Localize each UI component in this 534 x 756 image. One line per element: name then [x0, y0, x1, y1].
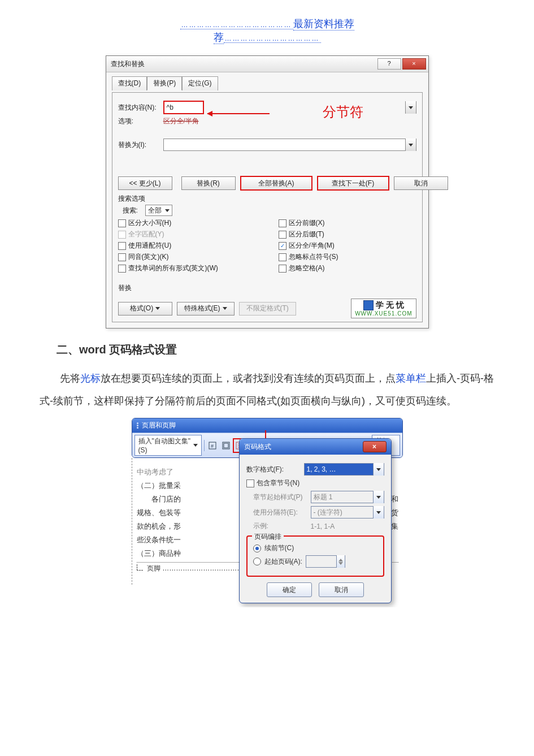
find-content-value: ^b [167, 103, 173, 111]
top-recommend-anchor[interactable]: 最新资料推荐 [293, 18, 354, 31]
find-content-input[interactable]: ^b [163, 101, 204, 114]
separator-label: 使用分隔符(E): [246, 508, 307, 517]
svg-text:#: # [211, 443, 214, 449]
format-button[interactable]: 格式(O) [118, 302, 172, 316]
separator-select: - (连字符) [311, 506, 384, 519]
search-dir-value: 全部 [148, 206, 162, 215]
radio-start-at[interactable]: 起始页码(A): [253, 555, 377, 568]
link-menubar[interactable]: 菜单栏 [396, 373, 426, 384]
chevron-down-icon [376, 468, 381, 471]
cancel-button[interactable]: 取消 [319, 582, 364, 597]
dialog-tabs: 查找(D) 替换(P) 定位(G) [112, 76, 423, 90]
dialog-title: 查找和替换 [111, 59, 376, 69]
chk-match-prefix[interactable]: 区分前缀(X) [279, 218, 325, 228]
example-value: 1-1, 1-A [311, 522, 335, 530]
example-label: 示例: [246, 521, 307, 531]
group-title: 页码编排 [252, 532, 284, 542]
replace-dropdown[interactable] [405, 139, 416, 151]
search-dir-select[interactable]: 全部 [145, 205, 172, 216]
watermark-xuewuyou: 学 无 忧 WWW.XUE51.COM [351, 299, 416, 318]
dlg2-title: 页码格式 [244, 442, 363, 452]
chk-all-forms[interactable]: 查找单词的所有形式(英文)(W) [118, 263, 256, 273]
autotext-button[interactable]: 插入"自动图文集"(S) [134, 435, 202, 456]
find-content-label: 查找内容(N): [118, 103, 163, 113]
chk-sounds-like[interactable]: 同音(英文)(K) [118, 252, 256, 262]
radio-continue[interactable]: 续前节(C) [253, 543, 377, 553]
options-label: 选项: [118, 116, 163, 126]
number-format-label: 数字格式(F): [246, 465, 301, 474]
dlg2-titlebar[interactable]: 页码格式 × [240, 439, 391, 455]
replace-with-input[interactable] [163, 139, 416, 151]
special-format-button[interactable]: 特殊格式(E) [177, 302, 235, 316]
body-paragraph: 先将光标放在想要页码连续的页面上，或者找到没有连续的页码页面上，点菜单栏上插入-… [40, 368, 494, 412]
close-button[interactable]: × [402, 58, 426, 70]
chapter-style-select: 标题 1 [311, 491, 384, 503]
ok-button[interactable]: 确定 [267, 582, 312, 597]
search-options-right: 区分前缀(X) 区分后缀(T) 区分全/半角(M) 忽略标点符号(S) 忽略空格… [279, 218, 416, 273]
search-options-left: 区分大小写(H) 全字匹配(Y) 使用通配符(U) 同音(英文)(K) 查找单词… [118, 218, 256, 273]
svg-rect-3 [224, 443, 228, 448]
page-number-format-dialog: 页码格式 × 数字格式(F): 1, 2, 3, … 包含章节号(N) 章节起始… [239, 438, 392, 603]
chk-full-half[interactable]: 区分全/半角(M) [279, 241, 335, 250]
footer-corner-icon [137, 564, 143, 571]
find-replace-dialog: 查找和替换 ? × 查找(D) 替换(P) 定位(G) 查找内容(N): ^b … [106, 55, 429, 329]
link-dots-left: …………………………………… [180, 21, 293, 29]
help-button[interactable]: ? [377, 58, 401, 70]
search-dir-label: 搜索: [123, 206, 145, 215]
find-dropdown[interactable] [405, 101, 416, 114]
start-at-input [306, 555, 345, 568]
annotation-arrow [207, 113, 270, 114]
chk-match-case[interactable]: 区分大小写(H) [118, 218, 256, 228]
toolbar-title: 页眉和页脚 [142, 421, 176, 430]
less-button[interactable]: << 更少(L) [118, 176, 172, 190]
search-options-title: 搜索选项 [118, 194, 416, 204]
tab-replace[interactable]: 替换(P) [147, 76, 182, 90]
section-heading: 二、word 页码格式设置 [57, 342, 500, 357]
radio-dot-icon [253, 558, 261, 565]
cancel-button[interactable]: 取消 [394, 176, 448, 190]
number-format-select[interactable]: 1, 2, 3, … [304, 463, 384, 476]
top-recommend-link: ……………………………………最新资料推荐 荐……………………………… [34, 17, 500, 44]
page-numbering-group: 页码编排 续前节(C) 起始页码(A): [246, 535, 384, 577]
chevron-down-icon [409, 106, 413, 109]
chevron-down-icon [193, 444, 198, 447]
replace-all-button[interactable]: 全部替换(A) [240, 176, 312, 191]
toolbar-titlebar[interactable]: 页眉和页脚 [132, 418, 402, 433]
replace-button[interactable]: 替换(R) [181, 176, 236, 190]
chk-ignore-punct[interactable]: 忽略标点符号(S) [279, 252, 338, 262]
replace-section-label: 替换 [118, 283, 416, 293]
chapter-style-label: 章节起始样式(P) [246, 493, 307, 502]
link-cursor[interactable]: 光标 [80, 373, 101, 384]
tab-goto[interactable]: 定位(G) [182, 76, 218, 90]
include-chapter-checkbox[interactable]: 包含章节号(N) [246, 478, 384, 488]
grip-icon [137, 422, 138, 429]
tab-find[interactable]: 查找(D) [112, 76, 147, 90]
dlg2-close-button[interactable]: × [363, 441, 387, 452]
annotation-label: 分节符 [323, 103, 363, 121]
no-format-button: 不限定格式(T) [239, 302, 296, 316]
options-value: 区分全/半角 [163, 116, 199, 126]
chk-wildcards[interactable]: 使用通配符(U) [118, 241, 256, 250]
top-recommend-anchor-tail[interactable]: 荐 [214, 32, 224, 44]
replace-with-label: 替换为(I): [118, 140, 163, 150]
insert-num-pages-icon[interactable] [220, 439, 232, 452]
find-next-button[interactable]: 查找下一处(F) [317, 176, 389, 191]
chk-whole-word[interactable]: 全字匹配(Y) [118, 230, 256, 239]
chevron-down-icon [409, 144, 413, 146]
chk-ignore-space[interactable]: 忽略空格(A) [279, 263, 325, 273]
chevron-down-icon [165, 209, 170, 212]
insert-page-number-icon[interactable]: # [207, 439, 219, 452]
header-footer-composite: 页眉和页脚 插入"自动图文集"(S) # [132, 418, 403, 585]
watermark-logo-icon [363, 300, 374, 310]
chevron-down-icon [376, 496, 381, 499]
dialog-titlebar[interactable]: 查找和替换 ? × [106, 56, 428, 72]
link-dots-right: ……………………………… [224, 34, 321, 43]
radio-dot-icon [253, 545, 261, 552]
chevron-down-icon [376, 511, 381, 514]
chk-match-suffix[interactable]: 区分后缀(T) [279, 230, 324, 239]
